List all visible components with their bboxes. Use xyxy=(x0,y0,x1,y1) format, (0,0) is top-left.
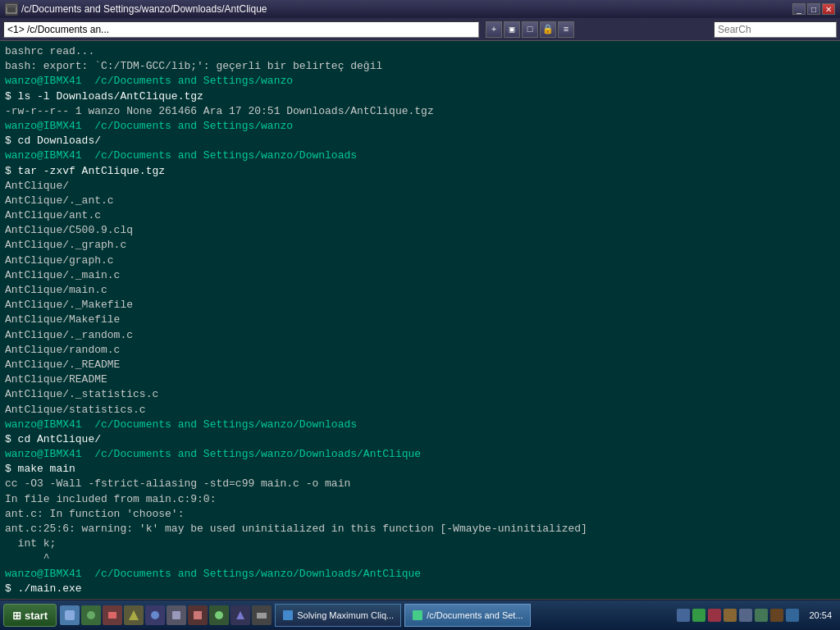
taskbar-app-1-label: Solving Maximum Cliq... xyxy=(297,610,394,620)
terminal-line: wanzo@IBMX41 /c/Documents and Settings/w… xyxy=(5,148,835,163)
taskbar: ⊞ start xyxy=(0,600,840,630)
terminal-line: In file included from main.c:9:0: xyxy=(5,492,835,507)
terminal-line: $ cd Downloads/ xyxy=(5,134,835,148)
terminal-line: $ cd AntClique/ xyxy=(5,432,835,447)
quicklaunch-icon-10[interactable] xyxy=(252,605,272,625)
terminal-line: $ ./main.exe xyxy=(5,582,835,596)
quicklaunch-icon-1[interactable] xyxy=(60,605,80,625)
search-input[interactable] xyxy=(714,21,837,38)
terminal-line: AntClique/._Makefile xyxy=(5,298,835,313)
terminal-line: Params: alpha=1 best=10000 rho=0.010000 … xyxy=(5,596,835,599)
quicklaunch-icon-2[interactable] xyxy=(81,605,101,625)
tray-icon-3[interactable] xyxy=(708,609,721,622)
svg-point-9 xyxy=(215,611,223,619)
terminal-line: AntClique/Makefile xyxy=(5,313,835,327)
system-tray xyxy=(677,609,799,622)
minimize-button[interactable]: _ xyxy=(792,3,806,15)
terminal-line: AntClique/._random.c xyxy=(5,328,835,343)
tray-icon-7[interactable] xyxy=(770,609,783,622)
svg-rect-12 xyxy=(283,610,293,620)
terminal-line: bashrc read... xyxy=(5,44,835,59)
terminal-line: wanzo@IBMX41 /c/Documents and Settings/w… xyxy=(5,74,835,89)
terminal-line: AntClique/statistics.c xyxy=(5,403,835,418)
taskbar-app-2[interactable]: /c/Documents and Set... xyxy=(404,604,530,627)
terminal-line: AntClique/._graph.c xyxy=(5,238,835,253)
svg-rect-1 xyxy=(7,5,16,7)
terminal-line: wanzo@IBMX41 /c/Documents and Settings/w… xyxy=(5,567,835,582)
start-label: start xyxy=(25,609,48,622)
svg-rect-11 xyxy=(257,613,267,619)
quicklaunch-icon-4[interactable] xyxy=(124,605,144,625)
clock: 20:54 xyxy=(804,609,837,622)
tray-icon-6[interactable] xyxy=(755,609,768,622)
window-icon xyxy=(5,2,18,16)
toolbar-button-2[interactable]: ▣ xyxy=(504,21,520,38)
quicklaunch-icon-6[interactable] xyxy=(167,605,186,625)
quicklaunch-icon-9[interactable] xyxy=(231,605,250,625)
svg-rect-8 xyxy=(194,611,202,619)
terminal-line: AntClique/README xyxy=(5,372,835,387)
terminal-line: bash: export: `C:/TDM-GCC/lib;': geçerli… xyxy=(5,59,835,74)
tray-icon-5[interactable] xyxy=(739,609,752,622)
tray-icon-8[interactable] xyxy=(786,609,799,622)
address-input[interactable] xyxy=(3,21,479,38)
taskbar-app-2-label: /c/Documents and Set... xyxy=(427,610,523,620)
window-title: /c/Documents and Settings/wanzo/Download… xyxy=(21,3,267,15)
terminal-line: AntClique/._ant.c xyxy=(5,194,835,208)
start-icon: ⊞ xyxy=(12,609,21,622)
maximize-button[interactable]: □ xyxy=(807,3,820,15)
toolbar-button-5[interactable]: ≡ xyxy=(558,21,574,38)
quicklaunch-icon-7[interactable] xyxy=(188,605,208,625)
terminal-line: AntClique/main.c xyxy=(5,283,835,298)
terminal-line: $ make main xyxy=(5,462,835,477)
terminal-line: -rw-r--r-- 1 wanzo None 261466 Ara 17 20… xyxy=(5,104,835,119)
svg-marker-10 xyxy=(236,611,244,619)
window-controls: _ □ ✕ xyxy=(792,3,835,15)
tray-icon-2[interactable] xyxy=(692,609,705,622)
quicklaunch-icon-5[interactable] xyxy=(145,605,165,625)
toolbar-button-3[interactable]: □ xyxy=(522,21,538,38)
terminal-line: AntClique/ xyxy=(5,179,835,194)
terminal-line: AntClique/ant.c xyxy=(5,208,835,223)
terminal-line: cc -O3 -Wall -fstrict-aliasing -std=c99 … xyxy=(5,477,835,491)
terminal-line: $ tar -zxvf AntClique.tgz xyxy=(5,164,835,179)
terminal-line: ant.c: In function 'choose': xyxy=(5,507,835,522)
tray-icon-1[interactable] xyxy=(677,609,690,622)
tray-icon-4[interactable] xyxy=(724,609,737,622)
terminal-line: ^ xyxy=(5,551,835,566)
close-button[interactable]: ✕ xyxy=(822,3,835,15)
terminal-output[interactable]: bashrc read...bash: export: `C:/TDM-GCC/… xyxy=(0,41,840,599)
svg-marker-5 xyxy=(129,610,139,620)
terminal-line: ant.c:25:6: warning: 'k' may be used uni… xyxy=(5,522,835,536)
quicklaunch-icon-3[interactable] xyxy=(103,605,122,625)
svg-rect-2 xyxy=(65,610,75,620)
svg-point-6 xyxy=(151,611,159,619)
address-bar: + ▣ □ 🔒 ≡ xyxy=(0,18,840,41)
terminal-line: AntClique/._statistics.c xyxy=(5,387,835,402)
toolbar-button-1[interactable]: + xyxy=(486,21,502,38)
svg-rect-7 xyxy=(172,611,180,619)
svg-rect-13 xyxy=(413,610,422,620)
terminal-line: int k; xyxy=(5,536,835,551)
terminal-line: AntClique/C500.9.clq xyxy=(5,223,835,238)
toolbar-button-4[interactable]: 🔒 xyxy=(540,21,556,38)
terminal-line: wanzo@IBMX41 /c/Documents and Settings/w… xyxy=(5,119,835,134)
taskbar-app-1[interactable]: Solving Maximum Cliq... xyxy=(275,604,401,627)
terminal-line: wanzo@IBMX41 /c/Documents and Settings/w… xyxy=(5,418,835,432)
terminal-line: $ ls -l Downloads/AntClique.tgz xyxy=(5,89,835,104)
start-button[interactable]: ⊞ start xyxy=(3,604,57,627)
terminal-line: AntClique/random.c xyxy=(5,343,835,358)
quicklaunch-icon-8[interactable] xyxy=(209,605,229,625)
terminal-line: wanzo@IBMX41 /c/Documents and Settings/w… xyxy=(5,447,835,462)
svg-rect-4 xyxy=(108,612,116,619)
title-bar: /c/Documents and Settings/wanzo/Download… xyxy=(0,0,840,18)
quick-launch xyxy=(60,605,272,625)
taskbar-right: 20:54 xyxy=(677,609,837,622)
terminal-line: AntClique/._README xyxy=(5,358,835,372)
terminal-line: AntClique/._main.c xyxy=(5,268,835,283)
svg-point-3 xyxy=(87,611,95,619)
terminal-line: AntClique/graph.c xyxy=(5,253,835,268)
